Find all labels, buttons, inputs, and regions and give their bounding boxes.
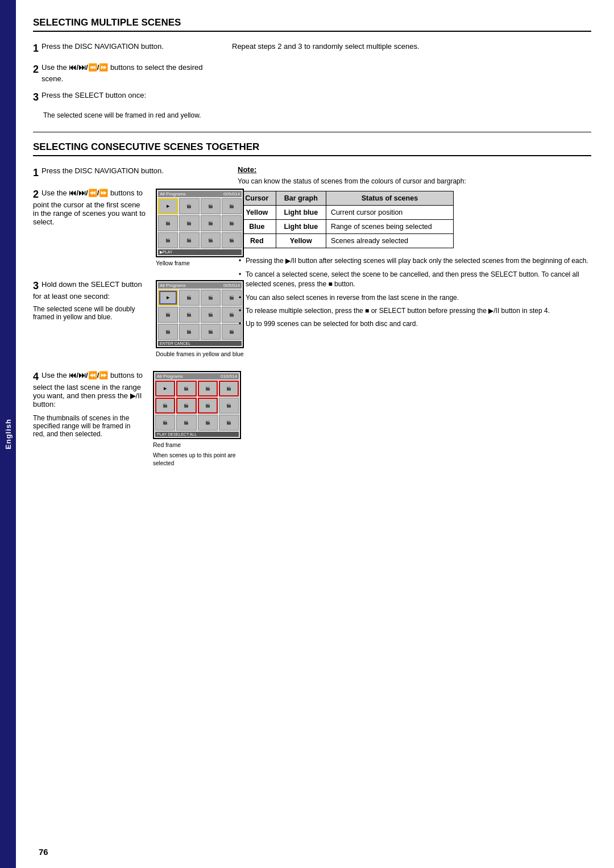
screen1-cell2: 🎬 — [179, 198, 199, 214]
screen1-grid: ▶ 🎬 🎬 🎬 🎬 🎬 🎬 🎬 🎬 🎬 — [158, 198, 242, 248]
section1-left: 1 Press the DISC NAVIGATION button. 2 Us… — [33, 41, 215, 120]
s2-step2-num: 2 — [33, 189, 42, 200]
screen1-cell7: 🎬 — [201, 215, 221, 231]
s2-step4-text-block: 4 Use the ⏮/⏭/⏪/⏩ buttons to select the … — [33, 371, 144, 438]
screen2-cell3: 🎬 — [201, 290, 221, 306]
section2-step2-row: 2 Use the ⏮/⏭/⏪/⏩ buttons to point the c… — [33, 189, 221, 272]
table-header-row: Cursor Bar graph Status of scenes — [238, 191, 454, 206]
screen2-header-left: All Programs — [160, 283, 186, 288]
screen1-header-right: 005/014 — [223, 191, 240, 197]
s2-step1-text: Press the DISC NAVIGATION button. — [42, 165, 218, 177]
s2-step4-num: 4 — [33, 371, 42, 382]
row1-status: Current cursor position — [326, 206, 453, 220]
step1-text: Press the DISC NAVIGATION button. — [42, 41, 212, 52]
section1-right: Repeat steps 2 and 3 to randomly select … — [232, 41, 591, 120]
screen1-cell4: 🎬 — [222, 198, 242, 214]
note-item-3: To release multiple selection, press the… — [238, 306, 591, 316]
screen2-grid: ▶ 🎬 🎬 🎬 🎬 🎬 🎬 🎬 🎬 🎬 — [158, 290, 242, 340]
screen2-header: All Programs 005/014 — [158, 282, 242, 289]
table-body: Yellow Light blue Current cursor positio… — [238, 206, 454, 248]
screen1-cell10: 🎬 — [179, 232, 199, 248]
screen1-cell1: ▶ — [158, 198, 178, 214]
screen1-cell8: 🎬 — [222, 215, 242, 231]
step3-num: 3 — [33, 91, 42, 103]
section1-layout: 1 Press the DISC NAVIGATION button. 2 Us… — [33, 41, 591, 120]
screen3-cell6: 🎬 — [176, 398, 196, 414]
col-bargraph: Bar graph — [276, 191, 326, 206]
step3-text: Press the SELECT button once: — [42, 90, 212, 101]
sidebar-label: English — [4, 419, 13, 449]
row3-bargraph: Yellow — [276, 234, 326, 248]
screen1-cell9: 🎬 — [158, 232, 178, 248]
screen2-cell1: ▶ — [158, 290, 178, 306]
note-item-1: To cancel a selected scene, select the s… — [238, 270, 591, 290]
s2-step3-detail: The selected scene will be doubly framed… — [33, 305, 147, 321]
s2-step2-text: Use the ⏮/⏭/⏪/⏩ buttons to point the cur… — [33, 189, 146, 226]
screen2-cell11: 🎬 — [201, 324, 221, 340]
section1-title: SELECTING MULTIPLE SCENES — [33, 17, 591, 32]
note-intro: You can know the status of scenes from t… — [238, 177, 591, 185]
screen1-cell3: 🎬 — [201, 198, 221, 214]
section1-step3: 3 Press the SELECT button once: — [33, 90, 215, 105]
step2-num: 2 — [33, 64, 42, 75]
screen2-footer: ENTER CANCEL — [158, 341, 242, 346]
screen3-cell7: 🎬 — [198, 398, 218, 414]
s2-step2-text-block: 2 Use the ⏮/⏭/⏪/⏩ buttons to point the c… — [33, 189, 147, 226]
screen1-mockup: All Programs 005/014 ▶ 🎬 🎬 🎬 🎬 🎬 — [156, 189, 244, 257]
s2-step4-detail2: The thumbnails of scenes in the specifie… — [33, 414, 144, 438]
col-status: Status of scenes — [326, 191, 453, 206]
step2-text: Use the ⏮/⏭/⏪/⏩ buttons to select the de… — [42, 62, 212, 84]
s2-step3-title: Hold down the SELECT button for at least… — [33, 280, 142, 301]
section1: SELECTING MULTIPLE SCENES 1 Press the DI… — [33, 17, 591, 120]
screen1-header-left: All Programs — [160, 191, 186, 197]
section1-step1: 1 Press the DISC NAVIGATION button. — [33, 41, 215, 56]
note-item-4: Up to 999 scenes can be selected for bot… — [238, 319, 591, 329]
s2-step4-image: All Programs 010/014 ▶ 🎬 🎬 🎬 🎬 🎬 — [153, 371, 250, 468]
note-item-2: You can also select scenes in reverse fr… — [238, 293, 591, 303]
section1-right-text: Repeat steps 2 and 3 to randomly select … — [232, 41, 591, 52]
screen3-cell9: 🎬 — [155, 415, 175, 431]
screen3-label1: Red frame — [153, 441, 250, 448]
screen3-cell5: 🎬 — [155, 398, 175, 414]
screen2-cell7: 🎬 — [201, 307, 221, 323]
s2-step3-num: 3 — [33, 280, 42, 291]
section2-left: 1 Press the DISC NAVIGATION button. 2 Us… — [33, 165, 221, 475]
section2-step3-row: 3 Hold down the SELECT button for at lea… — [33, 280, 221, 363]
row1-bargraph: Light blue — [276, 206, 326, 220]
screen2-footer-text: ENTER CANCEL — [160, 341, 190, 345]
screen3-label2: When scenes up to this point are selecte… — [153, 452, 250, 468]
content-area: SELECTING MULTIPLE SCENES 1 Press the DI… — [16, 0, 614, 868]
section2-step4-row: 4 Use the ⏮/⏭/⏪/⏩ buttons to select the … — [33, 371, 221, 468]
screen1-cell6: 🎬 — [179, 215, 199, 231]
section2-right: Note: You can know the status of scenes … — [238, 165, 591, 475]
screen3-cell3: 🎬 — [198, 381, 218, 397]
row2-status: Range of scenes being selected — [326, 220, 453, 234]
section2: SELECTING CONSECUTIVE SCENES TOGETHER 1 … — [33, 141, 591, 475]
screen1-cell5: 🎬 — [158, 215, 178, 231]
screen2-cell2: 🎬 — [179, 290, 199, 306]
screen1-cell11: 🎬 — [201, 232, 221, 248]
screen2-mockup: All Programs 005/014 ▶ 🎬 🎬 🎬 🎬 🎬 — [156, 280, 244, 348]
section2-layout: 1 Press the DISC NAVIGATION button. 2 Us… — [33, 165, 591, 475]
status-table: Cursor Bar graph Status of scenes Yellow… — [238, 191, 454, 248]
s2-step3-text-block: 3 Hold down the SELECT button for at lea… — [33, 280, 147, 321]
screen3-cell2: 🎬 — [176, 381, 196, 397]
table-row: Blue Light blue Range of scenes being se… — [238, 220, 454, 234]
s2-step1-num: 1 — [33, 167, 42, 178]
screen2-cell5: 🎬 — [158, 307, 178, 323]
screen3-header-left: All Programs — [157, 374, 183, 379]
section2-step1: 1 Press the DISC NAVIGATION button. — [33, 165, 221, 181]
screen1-footer: ▶PLAY — [158, 249, 242, 255]
screen1-footer-text: ▶PLAY — [160, 250, 172, 254]
screen3-cell1: ▶ — [155, 381, 175, 397]
screen3-grid: ▶ 🎬 🎬 🎬 🎬 🎬 🎬 🎬 🎬 🎬 — [155, 381, 239, 431]
section1-step3-detail: The selected scene will be framed in red… — [33, 111, 215, 120]
note-label: Note: — [238, 165, 256, 174]
table-row: Red Yellow Scenes already selected — [238, 234, 454, 248]
screen3-cell8: 🎬 — [219, 398, 239, 414]
s2-step4-text: Use the ⏮/⏭/⏪/⏩ buttons to select the la… — [33, 371, 143, 408]
screen3-header-right: 010/014 — [221, 374, 237, 379]
screen3-cell11: 🎬 — [198, 415, 218, 431]
screen3-cell4: 🎬 — [219, 381, 239, 397]
divider — [33, 132, 591, 132]
